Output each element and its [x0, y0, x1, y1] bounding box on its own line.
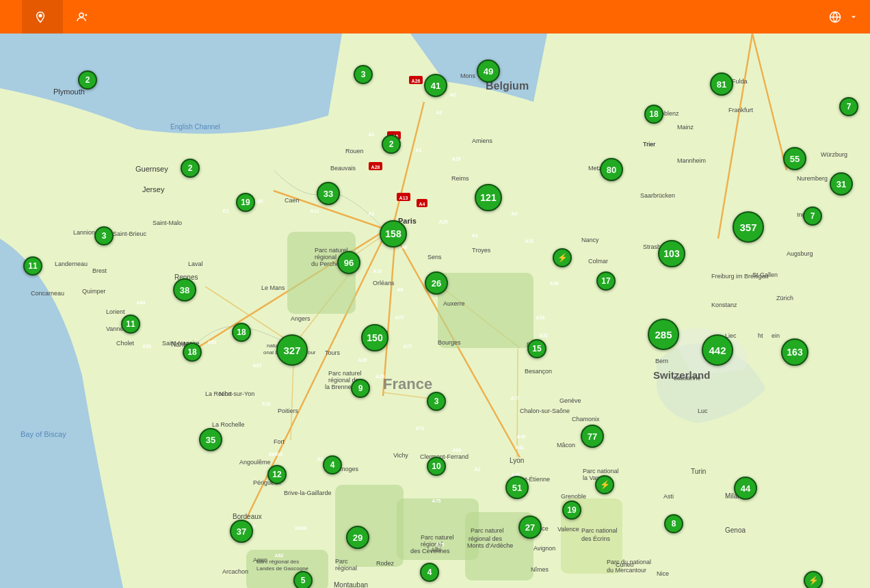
svg-text:E6003: E6003 [269, 452, 282, 457]
svg-text:A39: A39 [536, 315, 545, 320]
svg-text:A20: A20 [376, 374, 385, 379]
svg-text:Nice: Nice [657, 570, 669, 577]
cluster-marker[interactable]: 285 [648, 319, 679, 350]
cluster-marker[interactable]: 442 [702, 334, 733, 366]
svg-text:A29: A29 [452, 157, 461, 161]
cluster-marker[interactable]: 150 [361, 324, 388, 351]
svg-text:Fort: Fort [274, 438, 285, 445]
cluster-marker[interactable]: 15 [527, 339, 546, 358]
svg-text:Saint-Brieuc: Saint-Brieuc [113, 230, 147, 237]
svg-rect-23 [438, 273, 533, 348]
language-selector[interactable] [817, 11, 870, 23]
cluster-marker[interactable]: 121 [475, 184, 502, 211]
cluster-marker[interactable]: 38 [173, 278, 196, 302]
cluster-marker[interactable]: ⚡ [595, 475, 614, 494]
svg-text:ein: ein [772, 332, 780, 339]
svg-text:Parc naturel: Parc naturel [421, 534, 454, 541]
cluster-marker[interactable]: 96 [337, 251, 360, 274]
svg-text:Vichy: Vichy [393, 452, 408, 459]
cluster-marker[interactable]: 4 [420, 563, 439, 582]
svg-text:A10: A10 [262, 401, 271, 406]
svg-text:Bay of Biscay: Bay of Biscay [21, 430, 66, 438]
cluster-marker[interactable]: 11 [121, 315, 140, 334]
cluster-marker[interactable]: 5 [293, 571, 313, 588]
cluster-marker[interactable]: 357 [733, 211, 764, 243]
svg-text:Parc du national: Parc du national [607, 559, 651, 565]
svg-text:A28: A28 [371, 165, 380, 170]
svg-text:A40: A40 [517, 434, 526, 439]
svg-text:A31: A31 [540, 333, 549, 338]
cluster-marker[interactable]: 41 [424, 74, 447, 97]
cluster-marker[interactable]: 2 [78, 70, 97, 90]
cluster-marker[interactable]: 7 [803, 206, 822, 226]
cluster-marker[interactable]: 31 [830, 172, 853, 196]
svg-text:A2: A2 [450, 92, 456, 97]
svg-text:Landerneau: Landerneau [55, 260, 88, 267]
cluster-marker[interactable]: 77 [581, 425, 604, 448]
cluster-marker[interactable]: 2 [382, 135, 401, 154]
map-container[interactable]: Plymouth Guernsey Jersey English Channel… [0, 34, 870, 588]
svg-text:France: France [383, 375, 432, 392]
cluster-marker[interactable]: 81 [710, 72, 733, 96]
cluster-marker[interactable]: 9 [351, 379, 370, 398]
svg-text:régional des: régional des [469, 535, 503, 542]
cluster-marker[interactable]: 80 [600, 158, 623, 181]
cluster-marker[interactable]: 19 [236, 193, 255, 212]
svg-text:Würzburg: Würzburg [821, 151, 847, 158]
header [0, 0, 870, 34]
cluster-marker[interactable]: 158 [380, 220, 407, 248]
cluster-marker[interactable]: 49 [477, 59, 500, 83]
find-stations-button[interactable] [22, 0, 63, 34]
svg-text:Chalon-sur-Saône: Chalon-sur-Saône [520, 407, 570, 414]
cluster-marker[interactable]: 33 [317, 182, 340, 205]
cluster-marker[interactable]: 10 [427, 457, 446, 476]
svg-text:A6: A6 [401, 245, 408, 250]
svg-text:A31: A31 [525, 239, 534, 243]
cluster-marker[interactable]: 44 [734, 477, 757, 500]
cluster-marker[interactable]: 3 [427, 392, 446, 411]
cluster-marker[interactable]: 35 [199, 428, 222, 451]
cluster-marker[interactable]: 327 [276, 334, 308, 366]
svg-text:des Écrins: des Écrins [581, 535, 611, 542]
cluster-marker[interactable]: ⚡ [804, 571, 823, 588]
cluster-marker[interactable]: 2 [181, 159, 200, 178]
cluster-marker[interactable]: 11 [23, 256, 42, 276]
svg-text:Rouen: Rouen [345, 148, 364, 155]
cluster-marker[interactable]: 7 [839, 97, 858, 116]
cluster-marker[interactable]: 12 [267, 465, 287, 484]
svg-text:régional: régional [335, 565, 357, 572]
register-button[interactable] [63, 0, 104, 34]
svg-text:du Mercantour: du Mercantour [607, 567, 646, 574]
cluster-marker[interactable]: 103 [658, 240, 685, 267]
cluster-marker[interactable]: 29 [346, 526, 369, 549]
cluster-marker[interactable]: 27 [518, 516, 542, 539]
svg-text:Clermont-Ferrand: Clermont-Ferrand [420, 453, 469, 460]
cluster-marker[interactable]: 17 [596, 271, 616, 291]
map-marker-icon [34, 11, 47, 23]
svg-text:Guernsey: Guernsey [135, 165, 168, 173]
svg-text:A77: A77 [395, 315, 404, 320]
cluster-marker[interactable]: 19 [562, 500, 581, 520]
svg-text:Sens: Sens [427, 254, 442, 260]
cluster-marker[interactable]: 37 [230, 520, 253, 543]
map-background: Plymouth Guernsey Jersey English Channel… [0, 34, 870, 588]
svg-text:A77: A77 [404, 344, 412, 349]
cluster-marker[interactable]: 8 [664, 514, 683, 533]
cluster-marker[interactable]: 26 [425, 271, 448, 295]
svg-text:A1: A1 [369, 132, 375, 137]
svg-text:A2: A2 [317, 457, 324, 462]
cluster-marker[interactable]: 3 [94, 226, 114, 245]
svg-text:Laval: Laval [188, 260, 203, 267]
svg-text:A11: A11 [311, 209, 319, 213]
cluster-marker[interactable]: 55 [783, 147, 806, 170]
cluster-marker[interactable]: 4 [323, 455, 342, 475]
svg-text:A1: A1 [369, 211, 375, 216]
cluster-marker[interactable]: ⚡ [553, 248, 572, 267]
cluster-marker[interactable]: 18 [644, 105, 663, 124]
svg-text:A4: A4 [419, 202, 425, 206]
cluster-marker[interactable]: 18 [232, 323, 251, 342]
cluster-marker[interactable]: 51 [505, 476, 529, 499]
cluster-marker[interactable]: 163 [781, 338, 808, 366]
cluster-marker[interactable]: 18 [183, 343, 202, 362]
cluster-marker[interactable]: 3 [354, 65, 373, 84]
